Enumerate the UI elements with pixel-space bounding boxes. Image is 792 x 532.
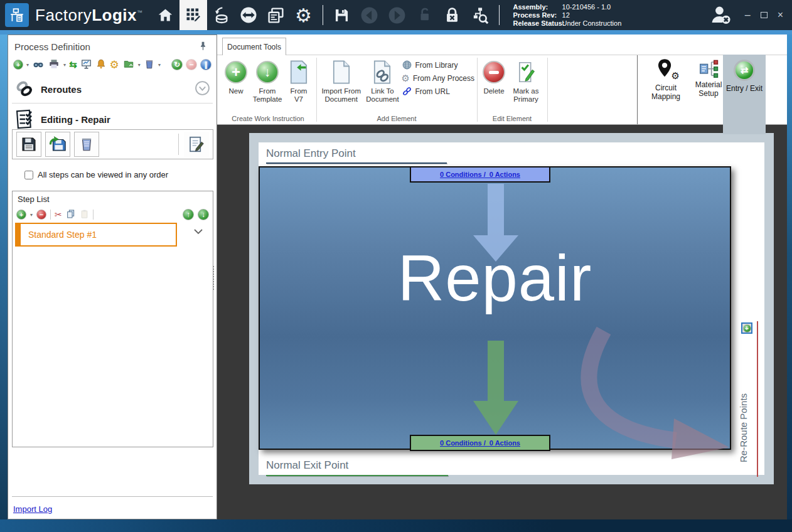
transfer-button[interactable] (235, 0, 262, 30)
document-icon (332, 60, 351, 84)
close-button[interactable]: × (778, 9, 783, 21)
toolbar-separator (50, 210, 51, 220)
unlock-button[interactable] (411, 0, 439, 30)
resume-button[interactable]: ↻ (171, 59, 183, 70)
add-step-button[interactable]: + (16, 210, 26, 220)
back-button[interactable] (356, 0, 383, 30)
exit-conditions-link[interactable]: 0 Conditions / 0 Actions (440, 439, 520, 447)
paste-button[interactable] (80, 209, 89, 221)
from-any-process-button[interactable]: ⚙ From Any Process (402, 73, 474, 83)
maximize-button[interactable] (761, 12, 768, 18)
save-icon (333, 7, 350, 24)
print-caret[interactable]: ▾ (63, 62, 66, 68)
forward-arrow-icon (387, 6, 407, 25)
save-process-button[interactable] (16, 132, 41, 157)
paste-icon (80, 209, 89, 219)
find-button[interactable] (32, 58, 45, 72)
window-status-strip (0, 519, 792, 532)
from-library-button[interactable]: From Library (402, 60, 474, 70)
pin-icon[interactable] (198, 41, 208, 53)
delete-process-button[interactable] (74, 132, 99, 157)
copy-button[interactable] (66, 209, 76, 221)
from-template-button[interactable]: ↓ From Template (250, 56, 285, 104)
toolbar-separator (93, 210, 94, 220)
add-process-caret[interactable]: ▾ (26, 62, 29, 68)
material-setup-button[interactable]: Material Setup (689, 58, 728, 98)
floppy-icon (20, 136, 38, 153)
step-list-item[interactable]: Standard Step #1 (15, 223, 177, 247)
discard-caret[interactable]: ▾ (158, 62, 161, 68)
add-reroute-point-button[interactable]: + (741, 322, 752, 334)
link-to-document-button[interactable]: Link To Document (363, 56, 401, 104)
add-element-small-buttons: From Library ⚙ From Any Process From URL (402, 56, 474, 97)
move-step-up-button[interactable]: ↑ (183, 209, 194, 220)
button-label: Import From Document (319, 87, 363, 104)
grid-edit-icon (185, 6, 202, 24)
home-icon (157, 7, 174, 24)
v7-document-icon (289, 60, 308, 84)
from-v7-button[interactable]: From V7 (285, 56, 313, 104)
import-from-document-button[interactable]: Import From Document (319, 56, 363, 104)
settings-button[interactable]: ⚙ (290, 0, 318, 30)
entry-exit-selected-tab[interactable]: ⇄ Entry / Exit (723, 55, 766, 134)
move-step-down-button[interactable]: ↓ (198, 209, 209, 220)
window-controls: – × (745, 0, 783, 30)
process-gear-icon[interactable]: ⚙ (110, 58, 119, 72)
add-step-caret[interactable]: ▾ (30, 212, 33, 218)
expand-reroutes-button[interactable] (195, 80, 210, 98)
data-import-button[interactable] (207, 0, 235, 30)
new-work-instruction-button[interactable]: + New (222, 56, 250, 95)
button-label: From URL (415, 87, 450, 96)
home-button[interactable] (152, 0, 179, 30)
save-import-button[interactable] (45, 132, 70, 157)
sync-icon[interactable]: ⇆ (69, 59, 77, 70)
button-label: Mark as Primary (508, 87, 543, 104)
remove-step-button[interactable]: − (36, 210, 46, 220)
delete-element-button[interactable]: Delete (479, 56, 508, 95)
process-audit-button[interactable] (466, 0, 494, 30)
import-log-link[interactable]: Import Log (13, 504, 52, 514)
exit-conditions-bar[interactable]: 0 Conditions / 0 Actions (410, 435, 550, 451)
circuit-mapping-button[interactable]: ⚙ Circuit Mapping (645, 58, 687, 101)
forward-button[interactable] (383, 0, 411, 30)
publish-button[interactable] (122, 58, 135, 72)
step-list-title: Step List (18, 194, 50, 204)
step-selection-bar (16, 224, 21, 245)
templates-button[interactable] (262, 0, 290, 30)
minimize-button[interactable]: – (745, 9, 751, 21)
process-definition-panel: Process Definition + ▾ ▾ ⇆ ⚙ (8, 35, 217, 519)
entry-conditions-bar[interactable]: 0 Conditions / 0 Actions (410, 166, 550, 183)
process-definition-tool-button[interactable] (179, 0, 207, 30)
bell-icon (95, 58, 107, 70)
tab-document-tools[interactable]: Document Tools (222, 38, 286, 55)
button-label: New (228, 87, 243, 95)
discard-button[interactable] (144, 58, 155, 72)
logout-user-button[interactable] (709, 3, 732, 29)
plus-icon: + (743, 324, 751, 332)
ribbon-right-separator (637, 55, 638, 124)
add-process-button[interactable]: + (13, 60, 23, 70)
publish-caret[interactable]: ▾ (138, 62, 141, 68)
panel-splitter-handle[interactable] (213, 266, 215, 290)
edit-notes-button[interactable] (184, 132, 209, 157)
from-url-button[interactable]: From URL (402, 86, 474, 97)
entry-conditions-link[interactable]: 0 Conditions / 0 Actions (440, 171, 520, 178)
release-status-value: Under Construction (562, 19, 622, 28)
lock-cancel-button[interactable] (439, 0, 466, 30)
editing-toolbar (12, 129, 213, 159)
presentation-button[interactable] (80, 58, 92, 72)
any-order-checkbox[interactable] (24, 171, 33, 179)
print-button[interactable] (48, 58, 60, 72)
cut-icon[interactable]: ✂ (55, 210, 62, 220)
delete-icon (483, 61, 505, 83)
stop-button[interactable]: − (186, 59, 197, 70)
trash-can-icon (78, 136, 95, 153)
mark-as-primary-button[interactable]: Mark as Primary (508, 56, 543, 104)
save-button[interactable] (328, 0, 356, 30)
group-label: Create Work Instruction (222, 115, 314, 122)
step-expand-chevron[interactable] (193, 228, 203, 237)
toolbar-separator (178, 134, 179, 155)
notify-button[interactable] (95, 58, 107, 72)
pause-button[interactable]: ∥ (200, 59, 211, 70)
reroutes-section-header[interactable]: Reroutes (8, 75, 217, 103)
